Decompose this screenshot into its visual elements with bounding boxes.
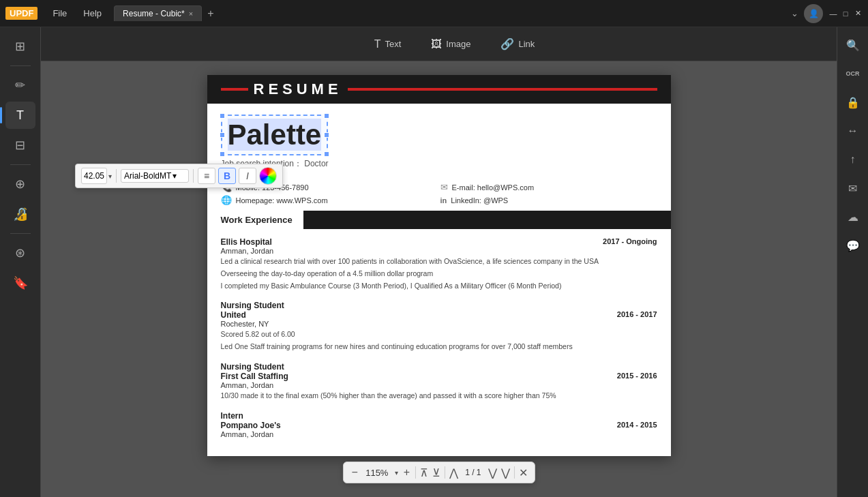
titlebar: UPDF File Help Resume - Cubic* × + ⌄ 👤 —…	[0, 0, 868, 27]
bold-btn[interactable]: B	[218, 168, 236, 184]
sidebar-divider-3	[10, 233, 31, 234]
ocr-btn[interactable]: OCR	[841, 61, 865, 86]
zoom-value: 115%	[363, 468, 391, 478]
format-toolbar: ▾ Arial-BoldMT ▾ ≡ B I	[75, 164, 283, 188]
mail-btn[interactable]: ✉	[841, 176, 865, 200]
zoom-arrow[interactable]: ▾	[395, 469, 398, 477]
font-name-label: Arial-BoldMT	[124, 171, 171, 181]
left-sidebar: ⊞ ✏ T ⊟ ⊕ 🔏 ⊛ 🔖	[0, 27, 41, 497]
last-page-btn[interactable]: ⋁	[501, 466, 510, 479]
tab-close-btn[interactable]: ×	[189, 10, 193, 18]
name-text-box[interactable]: Palette	[221, 115, 329, 155]
zoom-out-btn[interactable]: −	[350, 465, 359, 480]
toolbar-divider-1	[116, 169, 117, 183]
job-entry-1: Nursing Student United 2016 - 2017 Roche…	[221, 301, 657, 352]
job-location-2: Amman, Jordan	[221, 381, 657, 389]
contact-email: ✉ E-mail: hello@WPS.com	[440, 182, 657, 192]
more-tabs-btn[interactable]: ⌄	[791, 8, 798, 18]
italic-btn[interactable]: I	[239, 168, 256, 184]
page-indicator: 1 / 1	[462, 468, 483, 477]
text-tool-btn[interactable]: T Text	[368, 34, 408, 55]
pdf-area: RESUME Palette Job search intention： Doc…	[41, 61, 837, 497]
cloud-btn[interactable]: ☁	[841, 205, 865, 229]
font-size-control: ▾	[81, 168, 112, 184]
sidebar-bookmarks[interactable]: 🔖	[5, 269, 35, 297]
image-tool-btn[interactable]: 🖼 Image	[424, 34, 477, 55]
resize-handle-ml[interactable]	[220, 132, 225, 138]
font-size-arrow[interactable]: ▾	[108, 172, 112, 180]
resize-handle-tl[interactable]	[220, 113, 225, 119]
close-btn[interactable]: ✕	[853, 9, 863, 18]
job-date-1: 2016 - 2017	[617, 310, 657, 318]
right-sidebar: 🔍 OCR 🔒 ↔ ↑ ✉ ☁ 💬	[837, 27, 868, 497]
tab-label: Resume - Cubic*	[123, 9, 185, 18]
zoom-divider-1	[415, 466, 416, 479]
resize-handle-tr[interactable]	[324, 113, 329, 119]
resume-title: RESUME	[254, 80, 342, 98]
link-tool-icon: 🔗	[500, 37, 514, 50]
menu-file[interactable]: File	[46, 5, 74, 21]
page-current: 1	[465, 468, 470, 477]
comment-btn[interactable]: 💬	[841, 233, 865, 258]
sidebar-layers[interactable]: ⊛	[5, 239, 35, 267]
align-btn[interactable]: ≡	[198, 168, 215, 184]
work-experience-section: Ellis Hospital 2017 - Ongoing Amman, Jor…	[207, 229, 671, 456]
sidebar-pages[interactable]: ⊟	[5, 132, 35, 159]
sidebar-annotate[interactable]: ✏	[5, 72, 35, 99]
font-size-input[interactable]	[81, 168, 107, 184]
job-title-3: Intern	[221, 411, 657, 421]
job-intention: Job search intention： Doctor	[221, 158, 657, 170]
job-company-1: United	[221, 310, 246, 320]
tab-add-btn[interactable]: +	[202, 7, 219, 20]
resize-handle-mr[interactable]	[324, 132, 329, 138]
protect-btn[interactable]: 🔒	[841, 90, 865, 115]
link-tool-btn[interactable]: 🔗 Link	[494, 33, 541, 55]
resume-header: RESUME	[207, 75, 671, 104]
job-date-2: 2015 - 2016	[617, 372, 657, 380]
resize-handle-br[interactable]	[324, 151, 329, 157]
name-text[interactable]: Palette	[228, 119, 322, 151]
linkedin-icon: in	[440, 196, 447, 205]
convert-btn[interactable]: ↔	[841, 119, 865, 143]
link-tool-label: Link	[518, 39, 535, 49]
maximize-btn[interactable]: □	[841, 9, 850, 18]
fit-page-up-btn[interactable]: ⊼	[420, 466, 428, 479]
resize-handle-bl[interactable]	[220, 151, 225, 157]
prev-page-btn[interactable]: ⋀	[449, 466, 458, 479]
zoom-close-btn[interactable]: ✕	[519, 466, 528, 479]
contact-linkedin-text: LinkedIn: @WPS	[451, 196, 508, 205]
next-page-btn[interactable]: ⋁	[488, 466, 497, 479]
job-date-3: 2014 - 2015	[617, 421, 657, 429]
job-company-0: Ellis Hospital	[221, 237, 272, 247]
job-header-2: First Call Staffing 2015 - 2016	[221, 372, 657, 381]
search-btn[interactable]: 🔍	[841, 33, 865, 57]
titlebar-right: ⌄ 👤 — □ ✕	[791, 4, 863, 23]
work-experience-heading: Work Experience	[207, 211, 671, 229]
tab-resume[interactable]: Resume - Cubic* ×	[114, 5, 202, 21]
share-btn[interactable]: ↑	[841, 147, 865, 172]
color-picker-btn[interactable]	[259, 167, 277, 185]
bold-icon: B	[224, 170, 230, 181]
fit-page-btn[interactable]: ⊻	[432, 466, 440, 479]
sidebar-stamp[interactable]: 🔏	[5, 200, 35, 228]
window-controls: — □ ✕	[828, 9, 863, 18]
user-avatar[interactable]: 👤	[804, 4, 823, 23]
email-icon: ✉	[440, 182, 448, 192]
page-total: 1	[477, 468, 481, 477]
job-desc-0-0: Led a clinical research trial with over …	[221, 256, 657, 267]
work-experience-label: Work Experience	[207, 211, 306, 229]
sidebar-thumbnail[interactable]: ⊞	[5, 33, 35, 60]
zoom-in-btn[interactable]: +	[402, 465, 411, 480]
zoom-divider-2	[445, 466, 445, 479]
minimize-btn[interactable]: —	[828, 9, 838, 18]
font-name-select[interactable]: Arial-BoldMT ▾	[121, 169, 189, 183]
image-tool-label: Image	[446, 39, 470, 49]
app-logo: UPDF	[5, 7, 38, 20]
job-location-1: Rochester, NY	[221, 320, 657, 328]
menu-help[interactable]: Help	[76, 5, 108, 21]
job-company-3: Pompano Joe's	[221, 421, 281, 430]
sidebar-edit[interactable]: T	[5, 102, 35, 129]
sidebar-extract[interactable]: ⊕	[5, 170, 35, 198]
job-date-0: 2017 - Ongoing	[603, 237, 657, 245]
job-entry-2: Nursing Student First Call Staffing 2015…	[221, 362, 657, 402]
